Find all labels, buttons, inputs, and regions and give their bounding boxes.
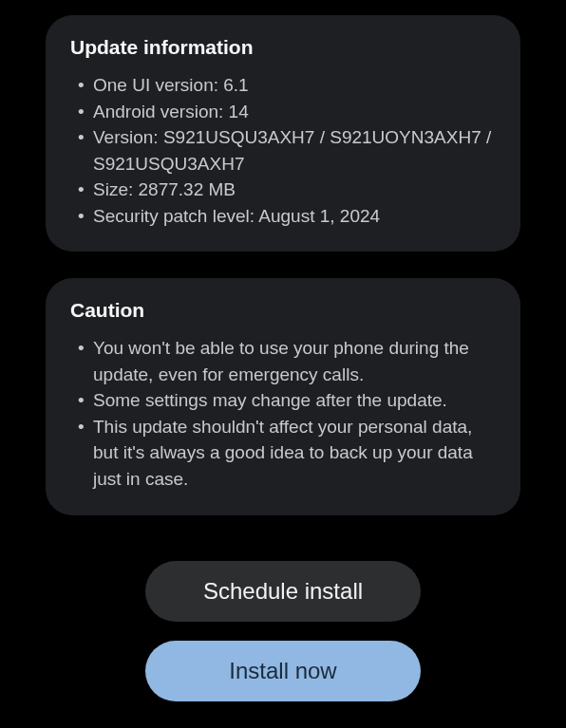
update-info-item: Version: S921USQU3AXH7 / S921UOYN3AXH7 /… — [76, 124, 496, 177]
caution-card: Caution You won't be able to use your ph… — [46, 278, 520, 514]
update-information-card: Update information One UI version: 6.1 A… — [46, 15, 520, 252]
update-info-item: Size: 2877.32 MB — [76, 177, 496, 203]
caution-item: You won't be able to use your phone duri… — [76, 335, 496, 387]
caution-item: Some settings may change after the updat… — [76, 387, 496, 414]
install-now-button[interactable]: Install now — [145, 641, 421, 701]
update-information-title: Update information — [70, 36, 496, 59]
caution-list: You won't be able to use your phone duri… — [70, 335, 496, 492]
schedule-install-button[interactable]: Schedule install — [145, 561, 421, 622]
caution-item: This update shouldn't affect your person… — [76, 414, 496, 493]
caution-title: Caution — [70, 299, 496, 322]
update-info-item: Android version: 14 — [76, 99, 496, 125]
update-info-item: One UI version: 6.1 — [76, 72, 496, 99]
action-buttons: Schedule install Install now — [46, 561, 520, 709]
update-information-list: One UI version: 6.1 Android version: 14 … — [70, 72, 496, 229]
update-info-item: Security patch level: August 1, 2024 — [76, 203, 496, 230]
